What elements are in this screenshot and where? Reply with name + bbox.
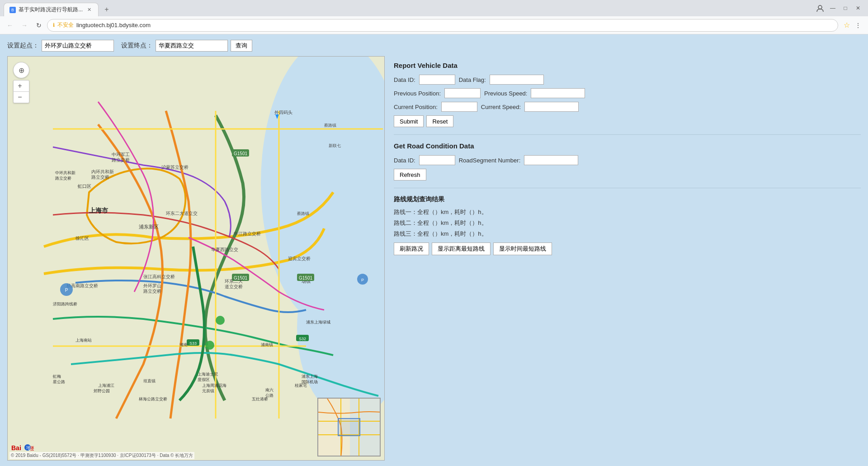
svg-text:济阳路跨线桥: 济阳路跨线桥 xyxy=(53,302,77,306)
svg-text:蔡路镇: 蔡路镇 xyxy=(324,123,336,128)
svg-text:新联七: 新联七 xyxy=(329,143,341,148)
minimap[interactable] xyxy=(317,398,381,456)
svg-text:上海市: 上海市 xyxy=(89,207,108,214)
map-nav-control[interactable]: ⊕ xyxy=(13,62,29,78)
route3-result: 路线三：全程（）km，耗时（）h。 xyxy=(394,230,861,238)
end-point-input[interactable] xyxy=(156,40,228,52)
road-data-id-row: Data ID: RoadSegment Number: xyxy=(394,155,861,165)
svg-text:外环罗山: 外环罗山 xyxy=(143,283,161,288)
svg-text:路立交桥: 路立交桥 xyxy=(91,175,109,180)
svg-text:徐汇区: 徐汇区 xyxy=(75,236,89,241)
svg-text:道立交桥: 道立交桥 xyxy=(225,284,243,289)
svg-text:G1501: G1501 xyxy=(299,276,312,281)
prev-speed-input[interactable] xyxy=(531,88,585,98)
zoom-out-button[interactable]: − xyxy=(14,92,26,103)
curr-speed-input[interactable] xyxy=(524,102,579,112)
svg-text:上海南站: 上海南站 xyxy=(75,338,92,342)
road-data-id-input[interactable] xyxy=(419,155,455,165)
curr-position-label: Current Position: xyxy=(394,104,438,110)
data-flag-label: Data Flag: xyxy=(459,76,486,83)
svg-text:南六: 南六 xyxy=(265,388,274,392)
right-panel: Report Vehicle Data Data ID: Data Flag: … xyxy=(394,56,861,461)
tab-favicon: B xyxy=(9,7,16,13)
end-point-group: 设置终点： 查询 xyxy=(121,40,252,52)
svg-text:上海浦江: 上海浦江 xyxy=(98,383,114,388)
svg-text:星公路: 星公路 xyxy=(53,380,65,384)
report-vehicle-title: Report Vehicle Data xyxy=(394,62,861,69)
baidu-logo: Bai 地 图 xyxy=(11,443,34,452)
new-tab-button[interactable]: + xyxy=(100,3,113,16)
svg-text:林海公路立交桥: 林海公路立交桥 xyxy=(138,397,167,401)
svg-text:中环军工: 中环军工 xyxy=(112,152,130,157)
result-btn-row: 刷新路况 显示距离最短路线 显示时间最短路线 xyxy=(394,243,861,255)
svg-text:国际机场: 国际机场 xyxy=(302,380,318,384)
address-bar[interactable]: ℹ 不安全 lingtuotech.bj01.bdysite.com xyxy=(47,19,838,32)
tab-close-button[interactable]: ✕ xyxy=(85,6,93,14)
active-tab[interactable]: B 基于实时路况进行导航路... ✕ xyxy=(4,3,99,16)
reload-button[interactable]: ↻ xyxy=(33,19,45,32)
road-btn-row: Refresh xyxy=(394,169,861,181)
show-shortest-distance-button[interactable]: 显示距离最短路线 xyxy=(432,243,491,255)
show-shortest-time-button[interactable]: 显示时间最短路线 xyxy=(493,243,552,255)
zoom-in-button[interactable]: + xyxy=(14,81,26,91)
curr-position-input[interactable] xyxy=(441,102,477,112)
prev-speed-label: Previous Speed: xyxy=(484,90,527,97)
submit-button[interactable]: Submit xyxy=(394,115,424,127)
section-divider-2 xyxy=(394,188,861,188)
window-controls: — □ ✕ xyxy=(816,4,863,13)
prev-position-input[interactable] xyxy=(444,88,481,98)
refresh-road-condition-button[interactable]: 刷新路况 xyxy=(394,243,429,255)
map-copyright: © 2019 Baidu - GS(2018)5572号 · 甲测资字11009… xyxy=(9,452,194,459)
svg-text:G1501: G1501 xyxy=(234,151,247,156)
search-bar: 设置起点： 设置终点： 查询 xyxy=(7,40,861,52)
data-flag-input[interactable] xyxy=(490,75,544,85)
svg-text:中环共和新: 中环共和新 xyxy=(55,171,75,175)
nav-right-controls: ☆ ⋮ xyxy=(844,19,864,32)
user-profile-icon[interactable] xyxy=(816,4,825,13)
refresh-button[interactable]: Refresh xyxy=(394,169,426,181)
svg-text:环东二大: 环东二大 xyxy=(225,279,243,284)
svg-text:元辰镇: 元辰镇 xyxy=(202,389,214,393)
data-id-input[interactable] xyxy=(419,75,455,85)
menu-button[interactable]: ⋮ xyxy=(852,19,864,32)
prev-position-label: Previous Position: xyxy=(394,90,441,97)
svg-text:浦东上海绿城: 浦东上海绿城 xyxy=(306,320,330,324)
back-button[interactable]: ← xyxy=(4,19,16,32)
report-btn-row: Submit Reset xyxy=(394,115,861,127)
svg-text:外四码头: 外四码头 xyxy=(274,110,292,115)
tab-title: 基于实时路况进行导航路... xyxy=(19,6,83,14)
map-controls: ⊕ + − xyxy=(13,62,29,103)
road-segment-label: RoadSegment Number: xyxy=(459,157,521,164)
insecure-label: 不安全 xyxy=(57,21,74,29)
svg-text:Bai: Bai xyxy=(11,444,21,452)
svg-text:虹口区: 虹口区 xyxy=(78,184,91,189)
svg-point-66 xyxy=(205,341,214,350)
bookmark-icon[interactable]: ☆ xyxy=(844,21,850,29)
svg-text:度假区: 度假区 xyxy=(198,377,210,382)
svg-text:路立交桥: 路立交桥 xyxy=(143,289,161,294)
road-data-id-label: Data ID: xyxy=(394,157,415,164)
forward-button[interactable]: → xyxy=(18,19,31,32)
results-title: 路线规划查询结果 xyxy=(394,195,861,204)
road-segment-input[interactable] xyxy=(524,155,578,165)
svg-text:S33: S33 xyxy=(189,341,197,346)
map-container[interactable]: G1501 G1501 S33 上海市 浦东新区 徐汇区 虹口区 张江高科立交桥… xyxy=(7,56,385,461)
svg-text:内环共和新: 内环共和新 xyxy=(91,169,114,174)
query-button[interactable]: 查询 xyxy=(231,40,252,52)
curr-speed-label: Current Speed: xyxy=(481,104,521,110)
svg-text:蔡路镇: 蔡路镇 xyxy=(297,211,309,216)
start-point-input[interactable] xyxy=(42,40,114,52)
svg-text:路立交桥: 路立交桥 xyxy=(112,157,130,162)
svg-text:P: P xyxy=(65,288,68,293)
data-id-row: Data ID: Data Flag: xyxy=(394,75,861,85)
svg-text:上海周浦花海: 上海周浦花海 xyxy=(202,383,226,388)
report-vehicle-section: Report Vehicle Data Data ID: Data Flag: … xyxy=(394,56,861,133)
reset-button[interactable]: Reset xyxy=(426,115,453,127)
minimize-button[interactable]: — xyxy=(828,4,837,13)
curr-position-row: Current Position: Current Speed: xyxy=(394,102,861,112)
maximize-button[interactable]: □ xyxy=(841,4,850,13)
close-button[interactable]: ✕ xyxy=(854,4,863,13)
minimap-viewport xyxy=(338,418,360,436)
security-icon: ℹ xyxy=(53,22,55,28)
main-area: G1501 G1501 S33 上海市 浦东新区 徐汇区 虹口区 张江高科立交桥… xyxy=(7,56,861,461)
